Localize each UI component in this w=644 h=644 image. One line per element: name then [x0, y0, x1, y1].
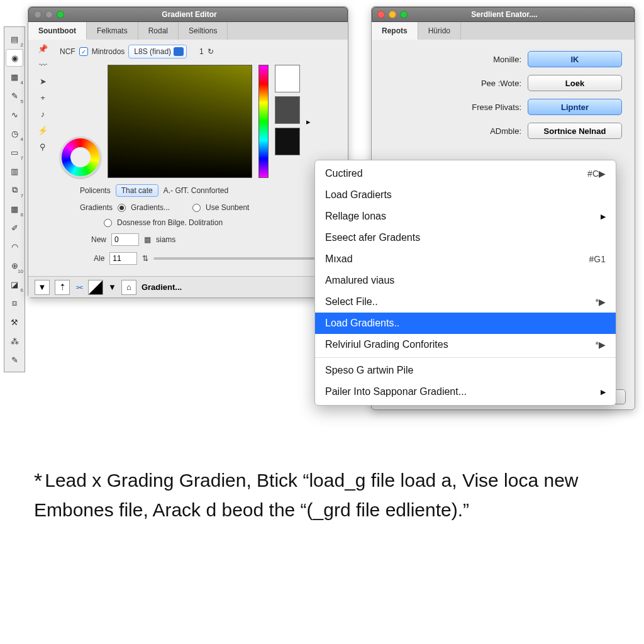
- traffic-lights: [372, 11, 408, 18]
- doc-icon[interactable]: ▤2: [6, 30, 23, 48]
- shape-icon[interactable]: ◪6: [6, 275, 23, 293]
- sunbent-radio[interactable]: [192, 204, 201, 212]
- arrow-icon[interactable]: ➤: [35, 76, 51, 86]
- hue-slider[interactable]: [258, 65, 269, 178]
- titlebar[interactable]: Serdlient Enator....: [372, 7, 635, 22]
- ale-slider[interactable]: [153, 257, 341, 260]
- sphere-icon[interactable]: ⊕10: [6, 257, 23, 274]
- dropdown-icon[interactable]: ▼: [35, 280, 50, 295]
- swatch-black[interactable]: [275, 128, 300, 155]
- form-row: Pee :Wote:Loek: [372, 71, 635, 95]
- menu-item-speso-g-artwin-pile[interactable]: Speso G artwin Pile: [315, 360, 616, 381]
- gradient-preview-icon[interactable]: [88, 280, 103, 295]
- tab-sountboot[interactable]: Sountboot: [28, 22, 87, 40]
- gradients-option: Gradients...: [131, 203, 170, 212]
- gradients-radio[interactable]: [118, 204, 126, 212]
- bolt-icon[interactable]: ⚡: [35, 125, 51, 135]
- new-field[interactable]: [111, 233, 139, 246]
- minimize-icon[interactable]: [389, 11, 396, 18]
- wand-icon[interactable]: ⁂: [6, 332, 23, 350]
- count-label: 1: [199, 47, 204, 56]
- zoom-icon[interactable]: [57, 11, 64, 18]
- brush-icon[interactable]: ✐: [6, 219, 23, 236]
- thatcate-button[interactable]: That cate: [116, 184, 158, 197]
- gradients-label: Gradients: [80, 203, 113, 212]
- tabs: RepotsHürido: [372, 22, 635, 40]
- footer-label[interactable]: Gradient...: [142, 282, 182, 292]
- menu-item-cuctired[interactable]: Cuctired#C▶: [315, 163, 616, 184]
- form-label: ADmble:: [490, 126, 521, 136]
- tab-seiltions[interactable]: Seiltions: [179, 22, 228, 40]
- close-icon[interactable]: [377, 11, 385, 18]
- tab-felkmats[interactable]: Felkmats: [87, 22, 138, 40]
- menu-item-relviriul-grading-conforites[interactable]: Relviriul Grading Conforites*▶: [315, 334, 616, 355]
- menu-item-rellage-lonas[interactable]: Rellage lonas: [315, 206, 616, 227]
- table-icon[interactable]: ▦8: [6, 200, 23, 218]
- globe-icon[interactable]: ◉: [6, 49, 23, 67]
- curve-icon[interactable]: ∿: [6, 106, 23, 123]
- asterisk-icon: *: [34, 469, 42, 492]
- grid-icon[interactable]: ▦4: [6, 68, 23, 86]
- mode-select[interactable]: L8S (finad): [128, 45, 187, 58]
- traffic-lights: [29, 11, 64, 18]
- menu-item-load-gradierts[interactable]: Load Gradierts: [315, 184, 616, 206]
- menu-item-m-xad[interactable]: Mıxad#G1: [315, 248, 616, 270]
- dosnesse-radio[interactable]: [104, 219, 112, 227]
- menu-item-pailer-into-sapponar-gradient-[interactable]: Pailer Into Sapponar Gradient...: [315, 381, 616, 402]
- squares-icon[interactable]: ⧈: [6, 294, 23, 312]
- policents-label: Policents: [80, 186, 111, 195]
- color-field[interactable]: [108, 65, 252, 178]
- menu-item-eseect-afer-gradents[interactable]: Eseect afer Gradents: [315, 227, 616, 248]
- window-title: Gradient Editor: [64, 10, 314, 19]
- menu-item-amalured-viaus[interactable]: Amalured viaus: [315, 270, 616, 291]
- color-wheel-icon[interactable]: [60, 136, 101, 178]
- sunbent-option: Use Sunbent: [206, 203, 249, 212]
- ik-button[interactable]: IK: [528, 51, 622, 67]
- form-label: Frese Plivats:: [472, 103, 521, 112]
- pin-icon[interactable]: 📌: [35, 43, 51, 53]
- tab-rodal[interactable]: Rodal: [138, 22, 179, 40]
- loek-button[interactable]: Loek: [528, 75, 622, 91]
- swatch-white[interactable]: [275, 65, 300, 92]
- window-title: Serdlient Enator....: [408, 10, 601, 19]
- siams-label: siams: [156, 235, 175, 244]
- new-label: New: [91, 235, 106, 244]
- refresh-icon[interactable]: ↻: [208, 47, 214, 56]
- eyedrop-icon[interactable]: ✎: [6, 351, 23, 369]
- tabs: SountbootFelkmatsRodalSeiltions: [28, 22, 348, 40]
- clock-icon[interactable]: ◷4: [6, 125, 23, 142]
- ale-field[interactable]: [109, 252, 137, 265]
- export-icon[interactable]: ⇡: [55, 280, 70, 295]
- copy-icon[interactable]: ⧉7: [6, 181, 23, 199]
- plus-icon[interactable]: +: [35, 92, 51, 103]
- panel-icon[interactable]: ▭7: [6, 143, 23, 161]
- zoom-icon[interactable]: [400, 11, 408, 18]
- lipnter-button[interactable]: Lipnter: [528, 99, 622, 115]
- wave-icon[interactable]: 〰: [35, 60, 51, 70]
- titlebar[interactable]: Gradient Editor: [28, 7, 348, 22]
- agrt-text: A.- GfT. Connforted: [164, 186, 228, 195]
- note-icon[interactable]: ♪: [35, 109, 51, 119]
- pen-icon[interactable]: ✎5: [6, 87, 23, 104]
- tab-repots[interactable]: Repots: [372, 22, 418, 40]
- home-icon[interactable]: ⌂: [121, 280, 136, 295]
- menu-item-select-file-[interactable]: Select File..*▶: [315, 291, 616, 313]
- tab-hürido[interactable]: Hürido: [418, 22, 461, 40]
- hammer-icon[interactable]: ⚒: [6, 313, 23, 331]
- mintrodos-label: Mintrodos: [92, 47, 125, 56]
- calc-icon[interactable]: ▥: [6, 162, 23, 180]
- link-icon[interactable]: ⚲: [35, 142, 51, 152]
- stepper-icon[interactable]: ⇅: [142, 254, 148, 263]
- swatch-gray[interactable]: [275, 96, 300, 124]
- eyedropper-icon[interactable]: ▸: [306, 117, 311, 126]
- dosnesse-option: Dosnesse fron Bilge. Dolitration: [117, 218, 223, 227]
- arc-icon[interactable]: ◠: [6, 238, 23, 255]
- sortnice-nelnad-button[interactable]: Sortnice Nelnad: [528, 123, 622, 139]
- attach-icon[interactable]: ⫘: [75, 282, 83, 292]
- minimize-icon[interactable]: [45, 11, 53, 18]
- close-icon[interactable]: [34, 11, 42, 18]
- context-menu: Cuctired#C▶Load GradiertsRellage lonasEs…: [314, 160, 616, 406]
- chevron-down-icon[interactable]: ▼: [108, 282, 116, 292]
- mintrodos-checkbox[interactable]: [79, 47, 88, 56]
- menu-item-load-gradients-[interactable]: Load Gradients..: [315, 313, 616, 334]
